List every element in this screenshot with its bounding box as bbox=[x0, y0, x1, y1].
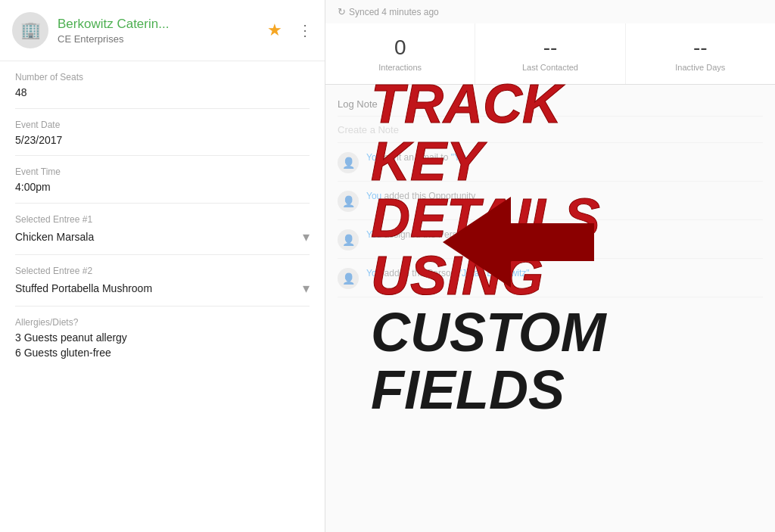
activity-text-2: You added this Opportunity bbox=[366, 189, 475, 203]
log-note-row: Log Note ▾ bbox=[338, 92, 763, 117]
field-event-time: Event Time 4:00pm bbox=[15, 156, 310, 204]
activity-link-you-4[interactable]: You bbox=[366, 268, 381, 278]
activity-desc-4: added the Person bbox=[384, 268, 459, 278]
avatar: 🏢 bbox=[12, 12, 48, 48]
activity-item-3: 👤 You assigned the Person "Jillian Berko… bbox=[338, 220, 763, 259]
field-label-allergies: Allergies/Diets? bbox=[15, 317, 310, 328]
stat-last-contacted-value: -- bbox=[543, 36, 558, 60]
activity-desc-3a: assigned the Person bbox=[384, 229, 470, 240]
entree1-dropdown-icon[interactable]: ▾ bbox=[303, 228, 310, 247]
activity-text-4: You added the Person "Jillian Berkowitz" bbox=[366, 266, 530, 280]
fields-container: Number of Seats 48 Event Date 5/23/2017 … bbox=[0, 61, 325, 532]
field-value-entree2[interactable]: Stuffed Portabella Mushroom ▾ bbox=[15, 279, 310, 298]
activity-person-icon-3: 👤 bbox=[342, 234, 355, 246]
stat-interactions-label: Interactions bbox=[378, 63, 422, 72]
field-number-of-seats: Number of Seats 48 bbox=[15, 61, 310, 109]
field-label-date: Event Date bbox=[15, 120, 310, 130]
activity-link-you-1[interactable]: You bbox=[366, 152, 381, 163]
contact-header: 🏢 Berkowitz Caterin... CE Enterprises ★ … bbox=[0, 0, 325, 61]
stat-inactive-days: -- Inactive Days bbox=[626, 23, 775, 84]
stat-last-contacted: -- Last Contacted bbox=[475, 23, 625, 84]
field-value-allergies[interactable]: 3 Guests peanut allergy 6 Guests gluten-… bbox=[15, 331, 310, 360]
overlay-custom: Custom bbox=[371, 304, 775, 362]
activity-avatar-4: 👤 bbox=[338, 268, 359, 289]
activity-desc-3b: to bbox=[543, 229, 553, 240]
activity-item-2: 👤 You added this Opportunity bbox=[338, 182, 763, 220]
activity-link-to-3[interactable]: You bbox=[553, 229, 568, 240]
main-layout: 🏢 Berkowitz Caterin... CE Enterprises ★ … bbox=[0, 0, 775, 532]
field-value-date[interactable]: 5/23/2017 bbox=[15, 133, 310, 148]
field-entree-1: Selected Entree #1 Chicken Marsala ▾ bbox=[15, 204, 310, 255]
right-panel: ↻ Synced 4 minutes ago 0 Interactions --… bbox=[325, 0, 775, 532]
field-value-seats[interactable]: 48 bbox=[15, 86, 310, 101]
activity-item-1: 👤 You sent an email to "You" bbox=[338, 143, 763, 182]
activity-link-you-2[interactable]: You bbox=[366, 191, 381, 201]
field-event-date: Event Date 5/23/2017 bbox=[15, 109, 310, 157]
activity-link-person-4[interactable]: "Jillian Berkowitz" bbox=[459, 268, 530, 278]
activity-avatar-1: 👤 bbox=[338, 152, 359, 173]
sync-icon: ↻ bbox=[338, 6, 346, 17]
contact-info: Berkowitz Caterin... CE Enterprises bbox=[58, 17, 258, 45]
activity-person-icon-1: 👤 bbox=[342, 157, 355, 169]
avatar-icon: 🏢 bbox=[20, 20, 41, 40]
field-label-seats: Number of Seats bbox=[15, 72, 310, 82]
star-icon[interactable]: ★ bbox=[267, 20, 282, 40]
add-note-field[interactable]: Create a Note bbox=[338, 117, 763, 143]
stat-interactions-value: 0 bbox=[394, 36, 406, 60]
sync-bar: ↻ Synced 4 minutes ago bbox=[325, 0, 775, 23]
field-label-entree2: Selected Entree #2 bbox=[15, 266, 310, 276]
activity-text-1: You sent an email to "You" bbox=[366, 151, 472, 164]
stat-inactive-days-label: Inactive Days bbox=[675, 63, 725, 72]
activity-person-icon-4: 👤 bbox=[342, 272, 355, 285]
activity-desc-2: added this Opportunity bbox=[384, 191, 476, 201]
more-menu-icon[interactable]: ⋮ bbox=[297, 21, 313, 39]
contact-name: Berkowitz Caterin... bbox=[58, 17, 258, 32]
left-panel: 🏢 Berkowitz Caterin... CE Enterprises ★ … bbox=[0, 0, 325, 532]
field-value-time[interactable]: 4:00pm bbox=[15, 180, 310, 195]
activity-section: Log Note ▾ Create a Note 👤 You sent an e… bbox=[325, 85, 775, 297]
sync-text: Synced 4 minutes ago bbox=[349, 7, 439, 17]
field-allergies: Allergies/Diets? 3 Guests peanut allergy… bbox=[15, 306, 310, 368]
field-value-entree1[interactable]: Chicken Marsala ▾ bbox=[15, 228, 310, 247]
field-label-time: Event Time bbox=[15, 166, 310, 177]
log-note-label[interactable]: Log Note bbox=[338, 98, 378, 110]
entree1-text: Chicken Marsala bbox=[15, 230, 94, 245]
stat-interactions: 0 Interactions bbox=[325, 23, 475, 84]
activity-person-icon-2: 👤 bbox=[342, 195, 355, 207]
overlay-fields: Fields bbox=[371, 362, 775, 419]
log-note-caret-icon: ▾ bbox=[384, 99, 388, 110]
activity-item-4: 👤 You added the Person "Jillian Berkowit… bbox=[338, 259, 763, 297]
activity-text-3: You assigned the Person "Jillian Berkowi… bbox=[366, 228, 568, 241]
stat-last-contacted-label: Last Contacted bbox=[522, 63, 578, 72]
stat-inactive-days-value: -- bbox=[693, 36, 708, 60]
activity-avatar-2: 👤 bbox=[338, 191, 359, 212]
activity-link-person-3[interactable]: "Jillian Berkowitz" bbox=[469, 229, 540, 240]
stats-row: 0 Interactions -- Last Contacted -- Inac… bbox=[325, 23, 775, 85]
entree2-dropdown-icon[interactable]: ▾ bbox=[303, 279, 310, 298]
activity-avatar-3: 👤 bbox=[338, 229, 359, 250]
activity-desc-1: sent an email to bbox=[384, 152, 451, 163]
field-entree-2: Selected Entree #2 Stuffed Portabella Mu… bbox=[15, 255, 310, 306]
activity-link-target-1[interactable]: "You" bbox=[451, 152, 473, 163]
field-label-entree1: Selected Entree #1 bbox=[15, 214, 310, 225]
activity-link-you-3[interactable]: You bbox=[366, 229, 381, 240]
contact-company: CE Enterprises bbox=[58, 33, 258, 45]
add-note-placeholder: Create a Note bbox=[338, 124, 399, 135]
entree2-text: Stuffed Portabella Mushroom bbox=[15, 282, 152, 297]
